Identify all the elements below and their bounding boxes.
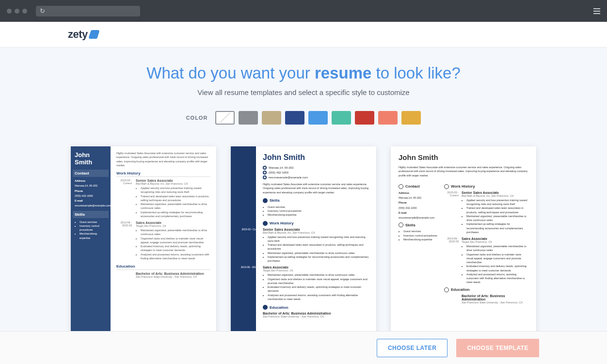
template-card-3[interactable]: John Smith Highly motivated Sales Associ…: [391, 146, 536, 336]
color-swatch[interactable]: [401, 111, 421, 125]
job-bullet: Applied security and loss prevention tra…: [466, 198, 528, 206]
template-card-1[interactable]: John Smith Contact Address Warsaw,14, 00…: [71, 146, 216, 336]
job-bullet: Analyzed and processed returns, assistin…: [268, 293, 369, 301]
job-dates: 2013-06 - 2015-03: [240, 266, 261, 269]
main-area: What do you want your resume to look lik…: [0, 47, 607, 364]
job-company: Target,San Francisco, CA: [263, 269, 369, 272]
window-controls[interactable]: [7, 9, 27, 14]
job-bullet: Maintained organized, presentable mercha…: [141, 228, 210, 237]
t1-name: John Smith: [75, 151, 107, 166]
edu-icon: [263, 305, 268, 310]
t3-work-h: Work History: [444, 184, 528, 189]
color-picker: COLOR: [0, 111, 607, 125]
job-bullet: Maintained organized, presentable mercha…: [268, 251, 369, 255]
job-bullet: Analyzed and processed returns, assistin…: [466, 272, 528, 285]
job-bullet: Analyzed and processed returns, assistin…: [141, 253, 210, 261]
browser-chrome: ↻: [0, 0, 607, 22]
page-subtitle: View all resume templates and select a s…: [0, 88, 607, 96]
t3-name: John Smith: [399, 153, 528, 161]
job-bullet: Applied security and loss prevention tra…: [141, 186, 210, 194]
t1-skills-h: Skills: [73, 211, 109, 218]
skill-item: Inventory control procedures: [268, 209, 369, 213]
t2-skills-h: Skills: [263, 198, 369, 203]
color-label: COLOR: [186, 115, 208, 121]
logo-text: zety: [68, 28, 88, 41]
headline-pre: What do you want your: [146, 64, 315, 82]
skill-item: Guest services: [80, 220, 107, 224]
color-swatch[interactable]: [262, 111, 281, 125]
color-swatch[interactable]: [355, 111, 374, 125]
job-title: Sales Associate: [136, 221, 210, 224]
work-icon: [263, 221, 268, 226]
choose-later-button[interactable]: CHOOSE LATER: [377, 339, 447, 357]
job-block: 2015-03 - CurrentSenior Sales AssociateB…: [462, 191, 528, 234]
color-swatch[interactable]: [239, 111, 258, 125]
email-icon: [263, 175, 267, 179]
job-dates: 2015-03 - Current: [444, 191, 459, 197]
job-bullet: Implemented up-selling strategies for re…: [466, 222, 528, 234]
footer-bar: CHOOSE LATER CHOOSE TEMPLATE: [0, 331, 607, 364]
color-swatch[interactable]: [215, 111, 235, 125]
job-block: 2013-06 - 2015-03Sales AssociateTarget,S…: [263, 266, 369, 301]
color-swatch[interactable]: [378, 111, 398, 125]
hamburger-icon[interactable]: [593, 8, 600, 14]
minimize-dot[interactable]: [15, 9, 19, 14]
swatch-row: [215, 111, 421, 125]
job-bullet: Evaluated inventory and delivery needs, …: [466, 264, 528, 272]
job-bullet: Organized racks and shelves to maintain …: [466, 253, 528, 265]
job-dates: 2015-03 - Current: [117, 179, 132, 185]
contact-icon: [399, 184, 403, 189]
t2-name: John Smith: [263, 153, 369, 162]
skills-icon: [399, 222, 403, 227]
job-bullet: Maintained organized, presentable mercha…: [466, 214, 528, 222]
t1-contact-h: Contact: [73, 170, 109, 177]
job-bullet: Trained and developed sales team associa…: [466, 206, 528, 214]
page-title: What do you want your resume to look lik…: [0, 64, 607, 82]
color-swatch[interactable]: [308, 111, 328, 125]
logo-mark-icon: [88, 30, 100, 39]
job-dates: 2015-03 - Current: [240, 228, 261, 231]
maximize-dot[interactable]: [22, 9, 27, 14]
t2-work-h: Work History: [263, 221, 369, 226]
job-bullet: Trained and developed sales team associa…: [268, 243, 369, 251]
job-bullet: Implemented up-selling strategies for re…: [268, 255, 369, 263]
skill-item: Inventory control procedures: [80, 224, 107, 232]
job-block: 2015-03 - CurrentSenior Sales AssociateB…: [263, 228, 369, 263]
job-dates: 2013-06 - 2015-03: [117, 221, 132, 227]
job-bullet: Maintained organized, presentable mercha…: [268, 273, 369, 277]
job-title: Sales Associate: [462, 237, 528, 240]
color-swatch[interactable]: [285, 111, 304, 125]
url-bar[interactable]: ↻: [36, 6, 140, 16]
job-title: Senior Sales Associate: [462, 191, 528, 194]
t3-skills-h: Skills: [399, 222, 437, 227]
job-bullet: Applied security and loss prevention tra…: [268, 235, 369, 243]
t2-edu-h: Education: [263, 305, 369, 310]
job-title: Senior Sales Associate: [136, 179, 210, 182]
job-bullet: Implemented up-selling strategies for re…: [141, 210, 210, 219]
color-swatch[interactable]: [332, 111, 351, 125]
headline-post: to look like?: [371, 64, 460, 82]
template-card-2[interactable]: John Smith Warsaw,14, 00-202 (555) 432-1…: [231, 146, 376, 336]
job-title: Senior Sales Associate: [263, 228, 369, 231]
close-dot[interactable]: [7, 9, 12, 14]
job-bullet: Maintained organized, presentable mercha…: [466, 244, 528, 253]
work-icon: [444, 184, 449, 189]
t1-work-h: Work History: [116, 171, 210, 177]
job-bullet: Trained and developed sales team associa…: [141, 194, 210, 203]
choose-template-button[interactable]: CHOOSE TEMPLATE: [456, 339, 539, 357]
job-company: Bed Bath & Beyond, Inc.,San Francisco, C…: [462, 194, 528, 197]
job-dates: 2013-06 - 2015-03: [444, 237, 459, 243]
job-title: Sales Associate: [263, 266, 369, 269]
edu-icon: [444, 287, 449, 292]
skill-item: Merchandising expertise: [268, 213, 369, 217]
job-company: Target,San Francisco, CA: [136, 224, 210, 227]
headline-bold: resume: [315, 64, 371, 82]
logo[interactable]: zety: [68, 28, 98, 41]
job-company: Bed Bath & Beyond, Inc.,San Francisco, C…: [263, 231, 369, 234]
reload-icon[interactable]: ↻: [40, 7, 45, 15]
app-header: zety: [0, 22, 607, 47]
job-bullet: Organized racks and shelves to maintain …: [268, 277, 369, 285]
job-bullet: Maintained organized, presentable mercha…: [141, 202, 210, 210]
skill-item: Merchandising expertise: [80, 232, 107, 240]
job-block: 2013-06 - 2015-03Sales AssociateTarget,S…: [462, 237, 528, 285]
